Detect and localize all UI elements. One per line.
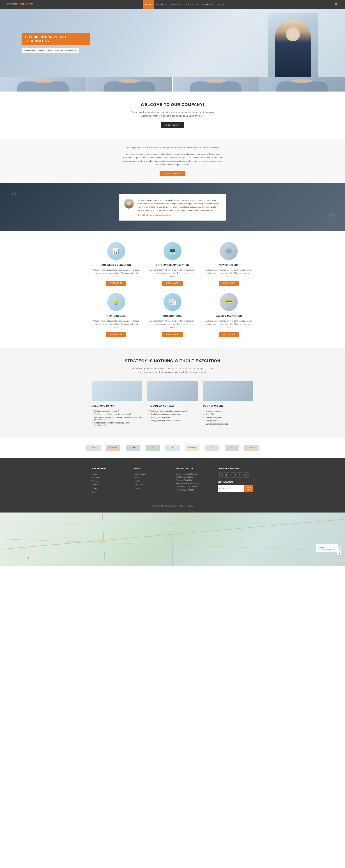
service-btn-outsourcing[interactable]: READ MORE xyxy=(162,332,183,337)
testimonial-section: “ Nemo factori non deposit sed pro quis … xyxy=(0,183,345,231)
footer-link-services[interactable]: Services xyxy=(92,480,99,482)
hero-subtitle: We added technology to strategy. You get… xyxy=(22,48,80,53)
nav-services[interactable]: SERVICES xyxy=(169,0,184,9)
hero-content: BUSINESS WORKS WITH TECHNOLOGY We added … xyxy=(0,33,90,53)
social-google[interactable]: g+ xyxy=(218,472,223,477)
service-btn-sales[interactable]: READ MORE xyxy=(219,332,239,337)
nav-about[interactable]: ABOUT US xyxy=(154,0,169,9)
client-logo-9: CONSULT xyxy=(245,445,259,451)
footer-link-events[interactable]: Events xyxy=(134,476,140,478)
portfolio-button[interactable]: VIEW PORTFOLIO xyxy=(160,171,185,176)
list-item: Defining your objectives xyxy=(147,416,198,419)
footer-nav-links: Home About Us Services Products Contacts… xyxy=(92,472,126,493)
testimonial-card: Nemo factori non deposit sed pro quis hi… xyxy=(119,194,226,221)
footer-link-about[interactable]: About Us xyxy=(92,476,100,478)
thumb-2[interactable] xyxy=(86,77,173,92)
list-item: Mobility partner xyxy=(203,419,253,422)
newsletter-input[interactable] xyxy=(218,485,244,492)
service-desc-it: Quluque nulla. Vestibulu ero nisi, porta… xyxy=(92,319,141,329)
thumb-1[interactable] xyxy=(0,77,86,92)
map-zoom-controls: + − xyxy=(337,547,341,556)
footer-grid: NAVIGATION Home About Us Services Produc… xyxy=(92,467,253,494)
service-btn-it[interactable]: READ MORE xyxy=(106,332,126,337)
nav-blog[interactable]: BLOG xyxy=(216,0,226,9)
welcome-text: Sed ut perspiciatis unde omnis iste natu… xyxy=(127,111,218,118)
strategy-list-3: Creator of opportunities iCal - Pilot Ta… xyxy=(203,409,253,426)
footer-email: E-mail: mail@maildnc.org xyxy=(176,472,210,476)
nav-contacts[interactable]: CONTACTS xyxy=(200,0,216,9)
strategy-title-2: THE COMPANY'S ROLE: xyxy=(147,405,198,407)
newsletter: STAY INFORMED SIGN UP xyxy=(218,481,253,492)
footer-link-help[interactable]: Need Help xyxy=(134,484,143,486)
service-icon-sales xyxy=(220,293,238,311)
client-logo-4: ◆ xyxy=(146,445,160,451)
footer-link-contacts-news[interactable]: Contacts xyxy=(134,487,141,489)
list-item: Analysing your organisation business mod… xyxy=(147,409,198,412)
newsletter-button[interactable]: SIGN UP xyxy=(244,485,253,492)
strategy-title-3: OUR KEY OFFERS: xyxy=(203,405,253,407)
welcome-title: WELCOME TO OUR COMPANY! xyxy=(7,102,338,107)
service-btn-enterprise[interactable]: READ MORE xyxy=(162,281,183,286)
strategy-section: STRATEGY IS NOTHING WITHOUT EXECUTION Ne… xyxy=(0,348,345,437)
hero-title: BUSINESS WORKS WITH TECHNOLOGY xyxy=(22,33,90,45)
map-label: Glasgow DG4 8HA, Shermas Road xyxy=(316,544,338,552)
testimonial-content: Nemo factori non deposit sed pro quis hi… xyxy=(138,199,221,216)
learn-more-button[interactable]: LEARN MORE xyxy=(161,122,184,128)
list-item: Talent management xyxy=(203,416,253,419)
list-item: Creator of opportunities xyxy=(203,409,253,412)
service-title-sales: SALES & MARKETING xyxy=(204,315,253,317)
footer-link-releases[interactable]: New Releases xyxy=(134,473,146,475)
client-logo-3: Eagle Co xyxy=(126,445,140,451)
thumb-4[interactable] xyxy=(259,77,345,92)
footer-freephone: Freephone: +1 800 17 41680 xyxy=(176,482,210,485)
strategy-title: STRATEGY IS NOTHING WITHOUT EXECUTION xyxy=(7,359,338,363)
footer-link-products[interactable]: Products xyxy=(92,484,99,486)
service-btn-consulting[interactable]: READ MORE xyxy=(106,281,126,286)
social-facebook[interactable]: f xyxy=(231,472,236,477)
nav-products[interactable]: PRODUCTS xyxy=(184,0,200,9)
service-btn-strategy[interactable]: READ MORE xyxy=(219,281,239,286)
testimonial-avatar xyxy=(124,199,134,209)
map-pin xyxy=(28,557,30,559)
service-desc-enterprise: Quluque nulla. Vestibulu ero nisi, porta… xyxy=(148,269,197,278)
footer-link-contacts[interactable]: Contacts xyxy=(92,487,99,489)
service-icon-outsourcing xyxy=(164,293,181,311)
footer-news-links: New Releases Events How To Need Help Con… xyxy=(134,472,169,490)
social-linkedin[interactable]: in xyxy=(243,472,249,477)
strategy-img-2 xyxy=(147,381,198,401)
footer-social-col: CONNECT ONLINE g+ t f p in STAY INFORMED… xyxy=(218,467,253,494)
social-pinterest[interactable]: p xyxy=(237,472,242,477)
list-item: What is your growth strategy? xyxy=(92,409,142,412)
footer-copyright: CONSULTING COMPANY © 2014 Privacy Policy xyxy=(152,505,193,507)
map-zoom-out[interactable]: − xyxy=(337,552,341,555)
footer-link-howto[interactable]: How To xyxy=(134,480,140,482)
logo: CONSULTING CO. xyxy=(7,3,34,6)
service-desc-strategy: Quluque nulla. Vestibulu ero nisi, porta… xyxy=(204,269,253,278)
client-logo-7: ■■■ xyxy=(205,445,219,451)
header: CONSULTING CO. HOME ABOUT US SERVICES PR… xyxy=(0,0,345,9)
client-logo-5: ■ xyxy=(165,445,180,451)
footer-social-title: CONNECT ONLINE xyxy=(218,467,253,470)
services-section: BUSINESS CONSULTING Quluque nulla. Vesti… xyxy=(0,231,345,348)
list-item: iCal - Pilot xyxy=(203,412,253,416)
map-pin-dot xyxy=(28,557,30,559)
thumb-3[interactable] xyxy=(172,77,259,92)
nav-home[interactable]: HOME xyxy=(143,0,154,9)
service-title-consulting: BUSINESS CONSULTING xyxy=(92,264,141,266)
map-zoom-in[interactable]: + xyxy=(337,548,341,552)
footer-link-blog[interactable]: Blog xyxy=(92,491,95,493)
client-logo-1: 🌿🌿 xyxy=(86,445,100,451)
footer-link-home[interactable]: Home xyxy=(92,473,97,475)
strategy-col-2: THE COMPANY'S ROLE: Analysing your organ… xyxy=(147,381,198,427)
footer-navigation: NAVIGATION Home About Us Services Produc… xyxy=(92,467,126,494)
service-outsourcing: OUTSOURCING Quluque nulla. Vestibulu ero… xyxy=(148,293,197,337)
social-icons: g+ t f p in xyxy=(218,472,253,477)
social-twitter[interactable]: t xyxy=(224,472,229,477)
service-it: IT MANAGEMENT Quluque nulla. Vestibulu e… xyxy=(92,293,141,337)
list-item: What kind of ecosystem would support my … xyxy=(92,421,142,427)
strategy-col-3: OUR KEY OFFERS: Creator of opportunities… xyxy=(203,381,253,427)
search-icon[interactable]: 🔍 xyxy=(335,3,338,6)
strategy-col-1: QUESTIONS TO ASK: What is your growth st… xyxy=(92,381,142,427)
list-item: Identifying the key factors for success xyxy=(147,419,198,422)
service-consulting: BUSINESS CONSULTING Quluque nulla. Vesti… xyxy=(92,242,141,286)
